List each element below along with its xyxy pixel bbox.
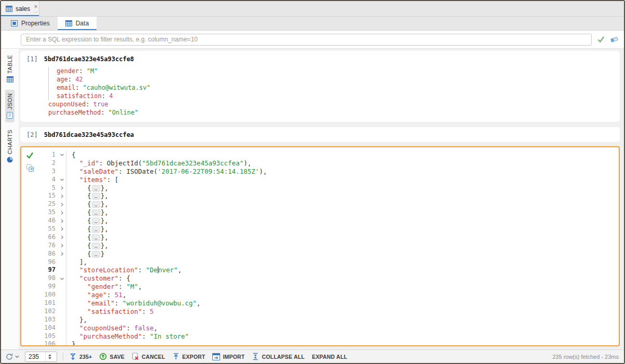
fold-expand-icon[interactable]	[58, 233, 66, 242]
fold-expand-icon[interactable]	[58, 217, 66, 225]
sidebar-tab-charts[interactable]: CHARTS	[5, 126, 15, 166]
code-text[interactable]: {…},	[66, 233, 619, 242]
cancel-button-label: CANCEL	[142, 354, 165, 360]
code-text[interactable]: "purchaseMethod": "In store"	[66, 332, 619, 341]
collapse-all-button[interactable]: COLLAPSE ALL	[252, 353, 305, 360]
tab-sales[interactable]: sales × …	[1, 1, 39, 16]
record-index: [1]	[26, 55, 38, 63]
code-text[interactable]: "satisfaction": 5	[66, 307, 619, 316]
code-text[interactable]: }	[66, 340, 619, 345]
code-line[interactable]: 99 "gender": "M",	[38, 283, 619, 291]
code-line[interactable]: 1{	[38, 151, 619, 159]
code-line[interactable]: 66 {…},	[38, 233, 619, 242]
code-text[interactable]: "storeLocation": "Denver",	[66, 266, 619, 274]
stepper-up-icon[interactable]	[48, 354, 51, 356]
sidebar-tab-table[interactable]: TABLE	[5, 51, 15, 86]
line-number: 96	[38, 258, 58, 267]
apply-filter-check-icon[interactable]	[596, 36, 605, 43]
code-line[interactable]: 3 "saleDate": ISODate('2017-06-22T09:54:…	[38, 167, 619, 176]
code-text[interactable]: "_id": ObjectId("5bd761dcae323e45a93ccfe…	[66, 159, 619, 167]
clear-filter-eraser-icon[interactable]	[610, 36, 619, 43]
copy-to-editor-icon[interactable]	[26, 164, 34, 172]
save-button[interactable]: SAVE	[99, 353, 125, 360]
fold-expand-icon[interactable]	[58, 225, 66, 233]
sidebar-tab-json[interactable]: JSON	[5, 90, 15, 122]
code-text[interactable]: },	[66, 316, 619, 324]
code-line[interactable]: 4 "items": [	[38, 176, 619, 184]
fold-expand-icon[interactable]	[58, 184, 66, 192]
line-number: 35	[38, 208, 58, 217]
line-number: 46	[38, 217, 58, 225]
code-text[interactable]: {…},	[66, 200, 619, 208]
stepper-down-icon[interactable]	[48, 357, 51, 359]
code-text[interactable]: {…},	[66, 192, 619, 200]
cancel-icon	[132, 353, 139, 360]
cancel-button[interactable]: CANCEL	[132, 353, 165, 360]
code-text[interactable]: {…},	[66, 242, 619, 250]
code-text[interactable]: {…},	[66, 208, 619, 217]
code-line[interactable]: 2 "_id": ObjectId("5bd761dcae323e45a93cc…	[38, 159, 619, 167]
code-line[interactable]: 15 {…},	[38, 192, 619, 200]
code-line[interactable]: 102 "satisfaction": 5	[38, 307, 619, 316]
code-text[interactable]: {…},	[66, 184, 619, 192]
fold-expand-icon[interactable]	[58, 208, 66, 217]
code-text[interactable]: "age": 51,	[66, 291, 619, 299]
code-line[interactable]: 101 "email": "worbiduh@vowbu.cg",	[38, 299, 619, 307]
fetch-size-stepper[interactable]	[25, 352, 57, 362]
stepper-arrows[interactable]	[45, 352, 54, 361]
export-button[interactable]: EXPORT	[172, 353, 205, 360]
apply-check-icon[interactable]	[25, 151, 34, 159]
code-text[interactable]: {…}	[66, 250, 619, 258]
code-text[interactable]: {…},	[66, 225, 619, 233]
code-line[interactable]: 103 },	[38, 316, 619, 324]
code-line[interactable]: 46 {…},	[38, 217, 619, 225]
fold-expand-icon[interactable]	[58, 242, 66, 250]
fold-expand-icon[interactable]	[58, 192, 66, 200]
code-line[interactable]: 104 "couponUsed": false,	[38, 324, 619, 332]
refresh-button[interactable]	[5, 353, 19, 361]
code-line[interactable]: 35 {…},	[38, 208, 619, 217]
code-text[interactable]: "saleDate": ISODate('2017-06-22T09:54:14…	[66, 167, 619, 176]
json-value-editor[interactable]: 1{2 "_id": ObjectId("5bd761dcae323e45a93…	[20, 146, 620, 346]
code-text[interactable]: {…},	[66, 217, 619, 225]
code-line[interactable]: 96 ],	[38, 258, 619, 267]
sql-filter-input[interactable]	[21, 34, 592, 46]
code-line[interactable]: 105 "purchaseMethod": "In store"	[38, 332, 619, 341]
code-text[interactable]: ],	[66, 258, 619, 267]
expand-all-button[interactable]: EXPAND ALL	[312, 354, 347, 360]
code-text[interactable]: "customer": {	[66, 274, 619, 283]
data-grid-icon	[65, 20, 72, 26]
code-line[interactable]: 100 "age": 51,	[38, 291, 619, 299]
code-line[interactable]: 98 "customer": {	[38, 274, 619, 283]
fold-collapse-icon[interactable]	[58, 151, 66, 159]
fold-collapse-icon[interactable]	[58, 274, 66, 283]
tab-data[interactable]: Data	[58, 17, 97, 30]
record-2-card[interactable]: [2] 5bd761dcae323e45a93ccfea	[20, 127, 620, 142]
indent-guide	[48, 83, 57, 92]
code-line[interactable]: 5 {…},	[38, 184, 619, 192]
fold-collapse-icon[interactable]	[58, 176, 66, 184]
fetch-size-input[interactable]	[25, 353, 45, 361]
fold-gutter	[58, 316, 66, 324]
code-line[interactable]: 25 {…},	[38, 200, 619, 208]
record-1-card[interactable]: [1] 5bd761dcae323e45a93ccfe8 gender: "M"…	[20, 51, 620, 122]
code-line[interactable]: 106}	[38, 340, 619, 345]
code-text[interactable]: "gender": "M",	[66, 283, 619, 291]
code-text[interactable]: {	[66, 151, 619, 159]
fold-expand-icon[interactable]	[58, 200, 66, 208]
fold-expand-icon[interactable]	[58, 250, 66, 258]
code-text[interactable]: "email": "worbiduh@vowbu.cg",	[66, 299, 619, 307]
code-line[interactable]: 86 {…}	[38, 250, 619, 258]
tab-properties[interactable]: Properties	[3, 17, 58, 30]
import-button[interactable]: IMPORT	[212, 353, 244, 360]
code-line[interactable]: 76 {…},	[38, 242, 619, 250]
code-text[interactable]: "couponUsed": false,	[66, 324, 619, 332]
fetch-next-button[interactable]: 235+	[69, 353, 92, 360]
code-text[interactable]: "items": [	[66, 176, 619, 184]
chevron-down-icon[interactable]	[15, 355, 19, 358]
fetch-next-icon	[69, 353, 77, 360]
code-line[interactable]: 97 "storeLocation": "Denver",	[38, 266, 619, 274]
tab-overflow-icon[interactable]: …	[33, 9, 38, 13]
json-editor-text[interactable]: 1{2 "_id": ObjectId("5bd761dcae323e45a93…	[38, 147, 619, 345]
code-line[interactable]: 55 {…},	[38, 225, 619, 233]
